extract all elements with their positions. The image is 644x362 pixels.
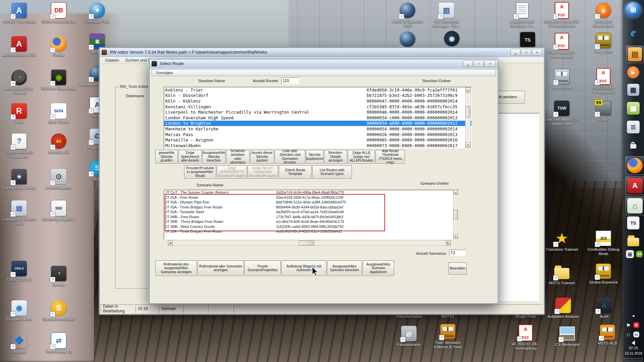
- add-route-thumbnail-ts2014-menu-only-button[interactable]: Add Route Thumbnail (TS2014 menu only): [376, 150, 405, 164]
- provider-produkte-in-ausgewaehlter-route-button[interactable]: Provider/Produkte in ausgewaehlter Route: [184, 165, 216, 179]
- scroll-down-arrow[interactable]: ▼: [466, 142, 470, 147]
- rollmaterial-aller-szenarien-anzeigen-button[interactable]: Rollmaterial aller Szenarien anzeigen: [198, 260, 244, 276]
- scenario-row-jt-cot-the-sussex-coaster-return[interactable]: JT CoT - The Sussex Coaster (Return)1b02…: [164, 190, 459, 195]
- tray-avira-icon[interactable]: R: [633, 322, 639, 328]
- badge-64-icon[interactable]: 64: [636, 251, 643, 257]
- ausgewaehltes-szenario-duplizieren-button[interactable]: Ausgewaehltes Szenario duplizieren: [363, 260, 394, 276]
- file-manager-icon[interactable]: ▤: [626, 46, 644, 63]
- rw-editor-titlebar[interactable]: RW editor Version 7.0.34 Rail Works path…: [100, 48, 544, 57]
- rw-tools-desktop-icon[interactable]: ↗RW_Tools: [585, 33, 622, 54]
- versystem-soundboard-desktop-icon[interactable]: ◉↗Versystem Soundboard: [585, 3, 622, 28]
- conbuilder-debug-mode-desktop-icon[interactable]: JES↗ConBuilder-Debug Mode: [585, 231, 622, 256]
- route-row-mittenwaldbahn[interactable]: Mittenwaldbahn00000073-0000-0000-0000-00…: [164, 143, 471, 148]
- oo-start-icon[interactable]: ⌂: [626, 196, 644, 215]
- rollmaterial-des-ausgewaehlten-szenarios-anzeigen-button[interactable]: Rollmaterial des ausgewaehlten Szenarios…: [155, 260, 197, 276]
- dialog-minimize-button[interactable]: ▁: [463, 60, 473, 67]
- speedcommander-desktop-icon[interactable]: S↗SpeedCommander: [40, 300, 77, 321]
- scenario-list-scrollbar[interactable]: ▲ ▼: [453, 190, 458, 239]
- route-riter-desktop-icon[interactable]: ↗Route_Riter: [543, 69, 581, 90]
- route-row-k-ln-d-sseldorf[interactable]: Köln - Düsseldorfbb721875-b3e3-42b2-b003…: [164, 93, 471, 99]
- fahrsimulator-desktop-icon[interactable]: ⌀↗Fahrsimulator: [390, 326, 428, 347]
- world-of-subways-icon-2-shortcut[interactable]: [389, 32, 426, 48]
- aufgaben-aller-strecken-v-desktop-icon[interactable]: ↗Aufgaben aller Strecken - V...: [503, 3, 541, 28]
- oo-calc-icon[interactable]: ▦: [627, 102, 640, 115]
- internet-explorer-icon[interactable]: e: [626, 25, 640, 40]
- check-route-template-button[interactable]: Check Route Template: [279, 165, 312, 179]
- msts-trainset-desktop-icon[interactable]: ↗MSTS-Trainset: [543, 264, 581, 285]
- scenario-row-jt-iga-olympic-pipe-run[interactable]: JT IGA - Olympic Pipe Run8dd70846-511e-4…: [164, 200, 459, 205]
- cpuid-cpu-z-desktop-icon[interactable]: CPU-Z↗CPUID CPU-Z: [0, 261, 38, 282]
- smokebox-lima-2-8-0-consolidation-desktop-icon[interactable]: APDF↗Smokebox Lima 2-8-0 Consolidation: [543, 3, 581, 28]
- straba-kopenick-desktop-icon[interactable]: ↗Straba-Kopenick: [585, 263, 622, 285]
- zeige-verwendete-rovider-produkte-button[interactable]: Zeige VERWENDETE Rovider/Produkte: [217, 165, 247, 179]
- gewaehlte-strecke-pruefen-button[interactable]: gewaehlte Strecke pruefen: [155, 150, 178, 164]
- route-row-k-ln-koblenz[interactable]: Köln - Koblenz00000047-0000-0000-0000-00…: [164, 98, 471, 104]
- tab-sonstiges[interactable]: Sonstiges: [152, 69, 496, 76]
- nvidiainspector-desktop-icon[interactable]: ⊙↗nvidiaInspector: [40, 169, 77, 190]
- scenario-listbox[interactable]: JT CoT - The Sussex Coaster (Return)1b02…: [164, 190, 459, 240]
- train-simulator-editoren-tools-desktop-icon[interactable]: ↗Train Simulator Editoren & Tools: [429, 324, 467, 349]
- tray-input-icon[interactable]: ∷: [625, 332, 631, 338]
- crystaldiskinfo-desktop-icon[interactable]: ◉↗CrystalDiskInfo: [0, 300, 38, 321]
- minimize-button[interactable]: ▁: [511, 49, 521, 56]
- route-list-scrollbar[interactable]: ▲ ▼: [465, 87, 471, 148]
- rw-scenarios-manager-ver-desktop-icon[interactable]: ▥↗RW Scenarios Manager - Ver...: [428, 3, 465, 28]
- route-row-liverpool-to-manchester-piccadilly-via-warrington-central[interactable]: Liverpool to Manchester Piccadilly via W…: [164, 109, 471, 115]
- world-of-subways-vol-2-desktop-icon[interactable]: ↗World of Subways Vol.2: [389, 3, 426, 28]
- route-row-marseille-avignon[interactable]: Marseille - Avignon00000065-0000-0000-00…: [164, 137, 471, 143]
- route-listbox[interactable]: Koblenz - Trier6fded058-3c10-446e-99c9-f…: [164, 87, 472, 149]
- speccy-desktop-icon[interactable]: ◔↗Speccy: [40, 266, 77, 287]
- beenden-button[interactable]: Beenden: [448, 262, 467, 275]
- ashampoo-core-tuner-2-desktop-icon[interactable]: ◔↗Ashampoo Core Tuner 2: [0, 70, 38, 95]
- msts-rlb-desktop-icon[interactable]: ↗MSTS-RLB: [589, 324, 626, 346]
- scenario-horizontal-scrollbar[interactable]: ◀ ▶: [168, 240, 451, 246]
- folder-icon[interactable]: [627, 234, 640, 247]
- select-route-titlebar[interactable]: Select Route ▁ ❐ ✕: [150, 59, 498, 68]
- scenario-row-jt-iwb-three-bridges-free-roam[interactable]: JT IWB - Three Bridges Free Roama1cd9a79…: [164, 219, 459, 224]
- route-row-london-to-brighton[interactable]: London to Brighton00000034-a000-0000-000…: [164, 121, 471, 126]
- scroll-up-arrow[interactable]: ▲: [466, 87, 470, 93]
- route-row-konstanz-villingen[interactable]: Konstanz-Villingencf2b5385-837d-465e-a63…: [164, 104, 471, 110]
- ausgewaehlte-strecke-loeschen-button[interactable]: Ausgewaehlte Strecke loeschen: [202, 150, 225, 164]
- acrobat-reader-dc-desktop-icon[interactable]: A↗Acrobat Reader DC: [0, 36, 38, 57]
- assets-dieser-strecke-packen-button[interactable]: Assets dieser Strecke packen: [250, 150, 274, 164]
- canon-mg6800-handbuch-desktop-icon[interactable]: ?↗Canon MG6800 Handbuch: [0, 133, 38, 159]
- anzahl-szenarios-input[interactable]: [449, 250, 466, 256]
- scenario-row-jt-iga-three-bridges-free-roam[interactable]: JT IGA - Three Bridges Free Roamf80844f4…: [164, 205, 459, 210]
- tray-volume-icon[interactable]: [630, 340, 637, 346]
- entfernungsrechner-desktop-icon[interactable]: DB↗Entfernungsrechner: [40, 3, 77, 24]
- clock-date[interactable]: 10.11.2018: [623, 351, 644, 355]
- treesize-free-desktop-icon[interactable]: ✦↗TreeSize Free: [78, 3, 116, 24]
- ausgewaehltes-szenario-loeschen-button[interactable]: Ausgewaehltes Szenario loeschen: [327, 260, 362, 276]
- scenario-row-jt-iwb-free-roam[interactable]: JT IWB - Free Roam173c7fd7-4d4b-442b-b67…: [164, 215, 459, 220]
- show-desktop-button[interactable]: [624, 358, 643, 361]
- route-row-marias-pass[interactable]: Marias Pass00000026-0000-0000-0000-00000…: [164, 132, 471, 137]
- adobe-reader-icon[interactable]: A: [626, 176, 644, 195]
- strecke-duplizieren-button[interactable]: Strecke duplizieren: [306, 150, 323, 164]
- fraps-desktop-icon[interactable]: 99↗Fraps: [585, 101, 622, 122]
- strecken-details-anzeigen-button[interactable]: Strecken-Details anzeigen: [324, 150, 347, 164]
- schienen-anheben-oder-absenken-button[interactable]: Schienen anheben oder absenken: [226, 150, 250, 164]
- vr-br232-de-verkn-pfung-desktop-icon[interactable]: APDF↗vR_BR232_DE - Verknüpfung: [507, 325, 544, 351]
- route-row-london-faversham-high-speed[interactable]: London Faversham High Speed00000034-c000…: [164, 115, 471, 121]
- trainstore-trainset-desktop-icon[interactable]: ★↗Trainstore-Trainset: [543, 231, 581, 252]
- dropbox-desktop-icon[interactable]: ❖↗Dropbox: [0, 333, 38, 354]
- media-player-icon[interactable]: ▶: [627, 66, 639, 78]
- ts2014-icon[interactable]: TS: [627, 217, 640, 229]
- menu-dateien[interactable]: Dateien: [102, 57, 122, 63]
- scroll-thumb[interactable]: [299, 241, 314, 245]
- acronis-true-image-desktop-icon[interactable]: A↗Acronis True Image: [0, 3, 38, 24]
- vr-e03-de-verkn-pfung-desktop-icon[interactable]: APDF↗vR_E03_DE - Verknüpfung: [585, 69, 622, 94]
- scroll-left-arrow[interactable]: ◀: [168, 241, 173, 245]
- configure-filemenu-tools-desktop-icon[interactable]: ▤↗Configure FileMenu Tools: [0, 200, 38, 226]
- scroll-down-arrow[interactable]: ▼: [453, 234, 458, 239]
- samsung-magician-desktop-icon[interactable]: SSD↗Samsung Magician: [40, 200, 77, 222]
- dialog-close-button[interactable]: ✕: [484, 60, 496, 67]
- route-row-mannheim-to-karlsruhe[interactable]: Mannheim to Karlsruhe00000054-0000-0000-…: [164, 126, 471, 132]
- auflistung-wagons-mit-nummern-button[interactable]: Auflistung Wagons mit nummern: [281, 260, 326, 276]
- geforce-experience-desktop-icon[interactable]: ◉↗GeForce Experience: [40, 70, 77, 91]
- steam-icon-shortcut[interactable]: ◉: [433, 31, 471, 48]
- teamviewer-10-desktop-icon[interactable]: ⇄↗TeamViewer 10: [40, 333, 77, 354]
- zeige-alle-zuege-von-allen-routen-button[interactable]: Zeige ALLE Zuege von ALLEN Routen: [348, 150, 375, 164]
- scenario-row-jt-jja-three-bridges-free-roam[interactable]: JT JJA - Three Bridges Free Roameb2fc410…: [164, 229, 459, 234]
